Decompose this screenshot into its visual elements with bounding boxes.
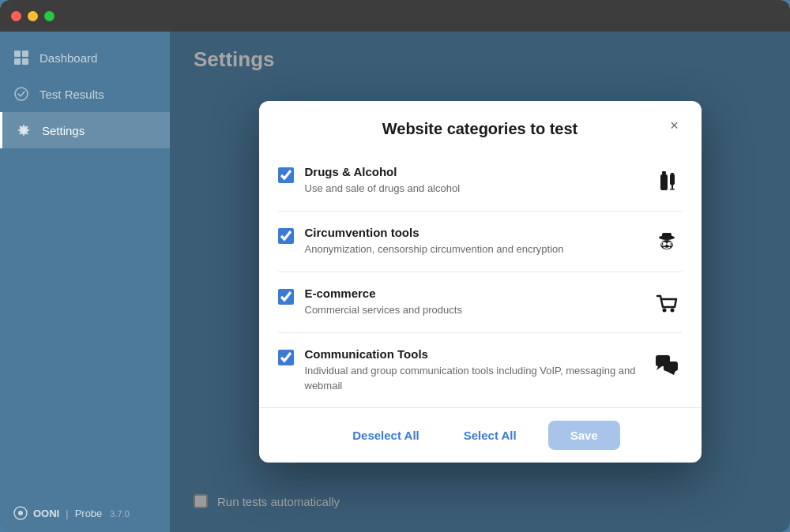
brand-name: OONI — [33, 508, 59, 519]
svg-rect-8 — [662, 171, 666, 174]
category-item-ecommerce: E-commerce Commercial services and produ… — [278, 272, 683, 333]
category-item-circumvention: Circumvention tools Anonymization, censo… — [278, 212, 683, 272]
category-icon-circumvention — [651, 229, 683, 257]
svg-point-7 — [18, 511, 23, 515]
category-name-drugs-alcohol: Drugs & Alcohol — [305, 165, 640, 178]
modal-title: Website categories to test — [382, 120, 577, 138]
minimize-traffic-light[interactable] — [28, 11, 38, 21]
settings-label: Settings — [42, 124, 85, 137]
category-desc-circumvention: Anonymization, censorship circumvention … — [305, 242, 640, 257]
brand-separator: | — [66, 508, 68, 519]
svg-rect-3 — [22, 58, 28, 65]
sidebar-item-dashboard[interactable]: Dashboard — [0, 39, 170, 76]
select-all-button[interactable]: Select All — [451, 422, 529, 448]
dashboard-label: Dashboard — [40, 51, 97, 65]
sidebar-item-settings[interactable]: Settings — [0, 112, 170, 148]
svg-rect-10 — [671, 173, 674, 174]
category-desc-drugs-alcohol: Use and sale of drugs and alcohol — [305, 182, 640, 196]
deselect-all-button[interactable]: Deselect All — [340, 422, 432, 448]
category-checkbox-ecommerce[interactable] — [278, 289, 294, 305]
sidebar-bottom: OONI | Probe 3.7.0 — [0, 494, 170, 532]
svg-rect-11 — [672, 184, 673, 189]
modal-footer: Deselect All Select All Save — [259, 407, 702, 463]
category-name-communication: Communication Tools — [305, 347, 640, 361]
sidebar-item-test-results[interactable]: Test Results — [0, 76, 170, 112]
category-info-communication: Communication Tools Individual and group… — [305, 347, 640, 392]
category-checkbox-communication[interactable] — [278, 350, 294, 365]
category-icon-drugs-alcohol — [651, 168, 683, 197]
svg-rect-2 — [14, 58, 21, 65]
svg-rect-14 — [662, 233, 672, 239]
category-info-drugs-alcohol: Drugs & Alcohol Use and sale of drugs an… — [305, 165, 640, 196]
dashboard-icon — [13, 49, 30, 66]
category-name-ecommerce: E-commerce — [305, 287, 640, 300]
category-desc-ecommerce: Commercial services and products — [305, 303, 640, 317]
category-item-communication: Communication Tools Individual and group… — [278, 333, 683, 406]
test-results-icon — [13, 85, 30, 103]
title-bar — [0, 0, 790, 32]
category-name-circumvention: Circumvention tools — [305, 226, 640, 239]
category-info-ecommerce: E-commerce Commercial services and produ… — [305, 287, 640, 317]
app-window: Dashboard Test Results — [0, 0, 790, 532]
category-info-circumvention: Circumvention tools Anonymization, censo… — [305, 226, 640, 257]
category-icon-ecommerce — [651, 290, 683, 318]
svg-rect-1 — [22, 51, 28, 57]
category-desc-communication: Individual and group communication tools… — [305, 364, 640, 392]
close-traffic-light[interactable] — [11, 11, 21, 21]
category-checkbox-drugs-alcohol[interactable] — [278, 167, 294, 183]
settings-icon — [15, 122, 32, 139]
app-name: Probe — [75, 508, 103, 519]
test-results-label: Test Results — [40, 88, 104, 101]
svg-point-21 — [662, 309, 666, 313]
modal-dialog: Website categories to test × Drugs & Alc… — [259, 101, 702, 462]
content-area: Settings Run tests automatically Website… — [170, 32, 790, 532]
maximize-traffic-light[interactable] — [44, 11, 55, 21]
category-checkbox-circumvention[interactable] — [278, 228, 294, 244]
category-icon-communication — [651, 350, 683, 379]
svg-rect-24 — [664, 362, 678, 371]
modal-close-button[interactable]: × — [664, 115, 686, 137]
svg-rect-0 — [14, 51, 21, 57]
category-item-drugs-alcohol: Drugs & Alcohol Use and sale of drugs an… — [278, 151, 683, 212]
modal-body: Drugs & Alcohol Use and sale of drugs an… — [259, 151, 702, 406]
ooni-logo: OONI | Probe — [13, 505, 102, 521]
version-number: 3.7.0 — [110, 509, 129, 519]
main-area: Dashboard Test Results — [0, 32, 790, 532]
svg-point-22 — [670, 309, 674, 313]
svg-rect-9 — [660, 174, 668, 190]
sidebar: Dashboard Test Results — [0, 32, 170, 532]
svg-point-4 — [15, 88, 28, 100]
modal-header: Website categories to test × — [259, 101, 702, 151]
modal-overlay: Website categories to test × Drugs & Alc… — [170, 32, 790, 532]
svg-rect-12 — [670, 189, 675, 190]
save-button[interactable]: Save — [548, 421, 620, 450]
